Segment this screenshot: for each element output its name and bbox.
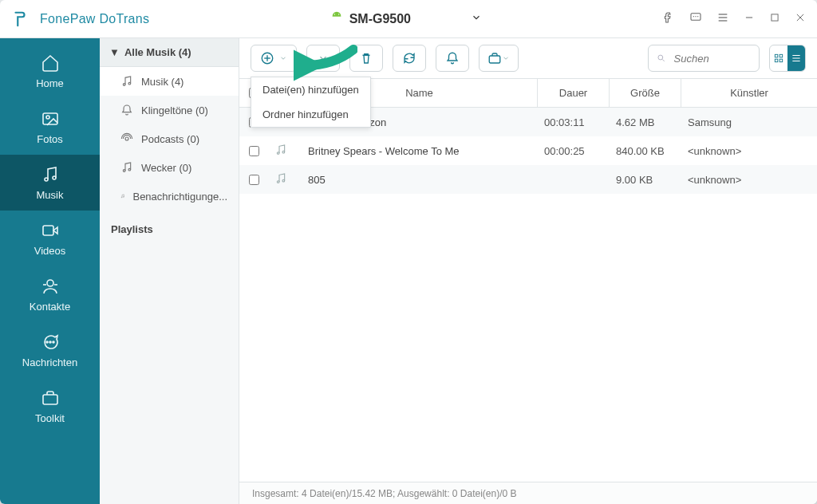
nav-messages-label: Nachrichten xyxy=(22,356,77,368)
cat-ringtones[interactable]: Klingeltöne (0) xyxy=(100,96,239,124)
music-table: Name Dauer Größe Künstler Over the Horiz… xyxy=(239,78,817,482)
titlebar: FonePaw DoTrans SM-G9500 xyxy=(0,0,817,38)
svg-point-28 xyxy=(123,170,125,172)
col-size[interactable]: Größe xyxy=(610,79,681,107)
svg-rect-35 xyxy=(489,56,500,63)
svg-point-14 xyxy=(46,116,49,119)
cat-podcasts-label: Podcasts (0) xyxy=(141,133,199,145)
svg-point-26 xyxy=(128,82,131,85)
svg-point-47 xyxy=(277,152,279,154)
nav-photos-label: Fotos xyxy=(37,133,63,145)
feedback-icon[interactable] xyxy=(689,11,702,27)
nav-videos[interactable]: Videos xyxy=(0,211,100,266)
svg-rect-10 xyxy=(772,14,778,20)
svg-point-25 xyxy=(123,84,125,86)
svg-point-16 xyxy=(53,176,56,179)
row-checkbox[interactable] xyxy=(249,146,259,156)
cell-artist: <unknown> xyxy=(681,174,817,186)
menu-icon[interactable] xyxy=(716,11,729,27)
svg-point-22 xyxy=(49,341,51,343)
category-header-label: Alle Musik (4) xyxy=(124,46,191,58)
search-icon xyxy=(657,53,666,64)
svg-point-30 xyxy=(121,197,122,198)
col-artist[interactable]: Künstler xyxy=(681,79,817,107)
nav-videos-label: Videos xyxy=(34,245,66,257)
cell-name: Britney Spears - Welcome To Me xyxy=(302,145,538,157)
toolbox-button[interactable] xyxy=(479,45,519,72)
svg-point-15 xyxy=(45,178,48,181)
svg-rect-38 xyxy=(775,54,778,57)
search-input[interactable] xyxy=(673,52,751,65)
svg-rect-41 xyxy=(780,59,783,62)
nav-music-label: Musik xyxy=(37,189,64,201)
svg-line-37 xyxy=(662,59,664,61)
svg-point-23 xyxy=(53,341,54,343)
grid-view-button[interactable] xyxy=(770,45,787,71)
window-tray xyxy=(662,11,806,27)
category-header[interactable]: ▼ Alle Musik (4) xyxy=(100,38,239,67)
svg-point-49 xyxy=(277,180,279,183)
minimize-button[interactable] xyxy=(744,12,755,26)
row-checkbox[interactable] xyxy=(249,175,259,185)
android-icon xyxy=(330,11,343,27)
svg-point-29 xyxy=(128,168,131,171)
table-row[interactable]: Britney Spears - Welcome To Me 00:00:25 … xyxy=(239,136,817,165)
refresh-button[interactable] xyxy=(393,45,426,72)
cell-artist: Samsung xyxy=(681,116,817,128)
app-body: Home Fotos Musik Videos Kontakte Nachric… xyxy=(0,38,817,504)
svg-rect-40 xyxy=(775,59,778,62)
app-title: FonePaw DoTrans xyxy=(40,12,149,26)
svg-point-31 xyxy=(123,196,124,197)
svg-point-50 xyxy=(282,179,285,182)
close-button[interactable] xyxy=(795,12,806,26)
svg-rect-24 xyxy=(43,395,57,404)
nav-contacts[interactable]: Kontakte xyxy=(0,266,100,322)
playlists-heading[interactable]: Playlists xyxy=(100,211,239,242)
cell-duration: 00:03:11 xyxy=(538,116,610,128)
cat-notifications-label: Benachrichtigunge... xyxy=(132,191,227,203)
cell-size: 9.00 KB xyxy=(610,174,681,186)
cell-size: 840.00 KB xyxy=(610,145,681,157)
delete-button[interactable] xyxy=(349,45,383,72)
nav-contacts-label: Kontakte xyxy=(30,301,70,313)
status-bar: Insgesamt: 4 Datei(en)/15.42 MB; Ausgewä… xyxy=(239,482,817,504)
cat-ringtones-label: Klingeltöne (0) xyxy=(141,104,208,116)
table-row[interactable]: 805 9.00 KB <unknown> xyxy=(239,165,817,194)
maximize-button[interactable] xyxy=(769,12,780,26)
facebook-icon[interactable] xyxy=(662,11,675,27)
sidebar-nav: Home Fotos Musik Videos Kontakte Nachric… xyxy=(0,38,100,504)
add-files-item[interactable]: Datei(en) hinzufügen xyxy=(251,77,370,102)
status-text: Insgesamt: 4 Datei(en)/15.42 MB; Ausgewä… xyxy=(252,488,517,499)
device-selector[interactable]: SM-G9500 xyxy=(322,8,490,30)
cat-alarms-label: Wecker (0) xyxy=(141,162,191,174)
add-dropdown: Datei(en) hinzufügen Ordner hinzufügen xyxy=(251,77,371,128)
cat-notifications[interactable]: Benachrichtigunge... xyxy=(100,182,239,211)
cat-music[interactable]: Musik (4) xyxy=(100,67,239,96)
ringtone-button[interactable] xyxy=(436,45,469,72)
svg-point-27 xyxy=(125,137,128,140)
main-panel: Datei(en) hinzufügen Ordner hinzufügen N… xyxy=(239,38,817,504)
cat-alarms[interactable]: Wecker (0) xyxy=(100,153,239,182)
nav-home-label: Home xyxy=(36,77,64,89)
svg-point-0 xyxy=(334,14,334,14)
nav-photos[interactable]: Fotos xyxy=(0,99,100,155)
export-button[interactable] xyxy=(306,45,340,72)
category-column: ▼ Alle Musik (4) Musik (4) Klingeltöne (… xyxy=(100,38,239,504)
list-view-button[interactable] xyxy=(787,45,805,71)
music-icon xyxy=(268,172,302,187)
nav-messages[interactable]: Nachrichten xyxy=(0,322,100,378)
nav-home[interactable]: Home xyxy=(0,43,100,99)
add-button[interactable] xyxy=(251,45,297,72)
nav-music[interactable]: Musik xyxy=(0,155,100,211)
triangle-down-icon: ▼ xyxy=(109,46,120,58)
cell-artist: <unknown> xyxy=(681,145,817,157)
svg-point-3 xyxy=(693,16,694,17)
svg-point-5 xyxy=(697,16,698,17)
col-duration[interactable]: Dauer xyxy=(538,79,610,107)
add-folder-item[interactable]: Ordner hinzufügen xyxy=(251,102,370,127)
search-box[interactable] xyxy=(648,45,760,72)
cat-podcasts[interactable]: Podcasts (0) xyxy=(100,124,239,153)
svg-point-18 xyxy=(47,280,53,286)
view-toggle xyxy=(769,45,806,72)
nav-toolkit[interactable]: Toolkit xyxy=(0,378,100,434)
